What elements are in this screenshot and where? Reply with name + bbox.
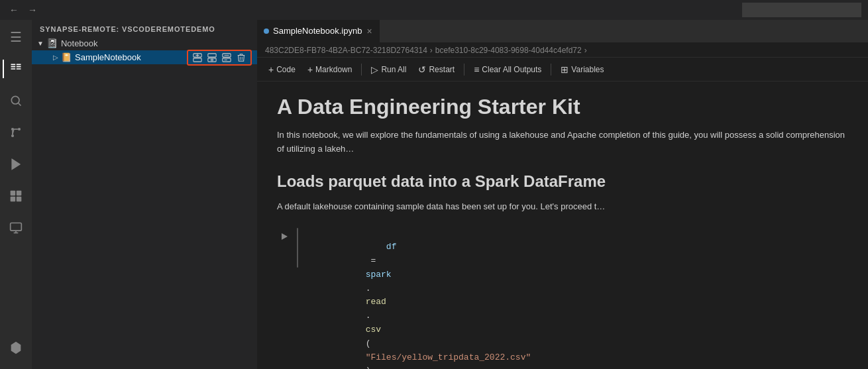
svg-marker-8 bbox=[12, 160, 20, 170]
back-button[interactable]: ← bbox=[7, 3, 21, 17]
notebook-toolbar: + Code + Markdown ▷ Run All ↺ Restart ≡ … bbox=[257, 58, 868, 81]
breadcrumb-part2: bcefe310-8c29-4083-9698-40d44c4efd72 bbox=[435, 46, 582, 55]
code-fn-read: read bbox=[366, 297, 386, 307]
cell-run-btn[interactable] bbox=[277, 229, 292, 244]
variables-icon: ⊞ bbox=[561, 64, 569, 75]
notebook-subtitle-desc: A default lakehouse containing sample da… bbox=[277, 200, 848, 214]
notebook-intro: In this notebook, we will explore the fu… bbox=[277, 129, 848, 156]
code-dot: . bbox=[366, 284, 371, 293]
run-all-label: Run All bbox=[381, 65, 406, 74]
add-code-btn[interactable]: + Code bbox=[264, 62, 300, 77]
sidebar-section: ▼ 📓 Notebook ▷ 📔 SampleNotebook bbox=[32, 36, 257, 369]
synapse-icon[interactable] bbox=[3, 335, 29, 361]
restart-icon: ↺ bbox=[418, 64, 426, 75]
notebook-file-icon: 📔 bbox=[61, 52, 72, 62]
sidebar-item-label: SampleNotebook bbox=[75, 52, 141, 62]
toolbar-separator2 bbox=[464, 64, 464, 76]
code-spark: spark bbox=[366, 270, 392, 280]
clear-icon: ≡ bbox=[474, 64, 479, 75]
breadcrumb: 483C2DE8-FB78-4B2A-BC72-3218D2764314 › b… bbox=[257, 43, 868, 58]
svg-point-0 bbox=[11, 96, 19, 104]
activity-bar: ☰ bbox=[0, 20, 32, 369]
main-layout: ☰ bbox=[0, 20, 868, 369]
run-debug-icon[interactable] bbox=[3, 151, 29, 178]
code-op: = bbox=[366, 256, 381, 266]
sidebar-item-samplenotebook[interactable]: ▷ 📔 SampleNotebook bbox=[32, 50, 257, 64]
plus-icon: + bbox=[268, 64, 274, 75]
code-paren2: ) bbox=[366, 366, 371, 369]
run-all-icon: ▷ bbox=[371, 64, 378, 75]
breadcrumb-part1: 483C2DE8-FB78-4B2A-BC72-3218D2764314 bbox=[265, 46, 427, 55]
command-input[interactable] bbox=[742, 3, 861, 17]
code-fn-csv: csv bbox=[366, 325, 381, 335]
breadcrumb-separator: › bbox=[430, 46, 433, 55]
search-icon[interactable] bbox=[3, 87, 29, 114]
code-dot2: . bbox=[366, 311, 371, 321]
svg-rect-9 bbox=[11, 191, 16, 196]
code-str: "Files/yellow_tripdata_2022.csv" bbox=[366, 352, 531, 362]
tab-dot bbox=[264, 28, 269, 34]
clear-all-outputs-btn[interactable]: ≡ Clear All Outputs bbox=[469, 62, 546, 77]
notebook-content: A Data Engineering Starter Kit In this n… bbox=[257, 81, 868, 369]
markdown-label: Markdown bbox=[315, 65, 352, 74]
svg-rect-10 bbox=[17, 191, 22, 196]
explorer-icon[interactable] bbox=[3, 56, 29, 82]
restart-btn[interactable]: ↺ Restart bbox=[413, 62, 459, 77]
cell-focus-bar bbox=[297, 228, 298, 268]
add-cell-below-btn[interactable] bbox=[205, 52, 219, 63]
clear-outputs-btn[interactable] bbox=[220, 52, 233, 63]
menu-icon[interactable]: ☰ bbox=[3, 24, 29, 50]
editor-area: SampleNotebook.ipynb × 483C2DE8-FB78-4B2… bbox=[257, 20, 868, 369]
run-all-btn[interactable]: ▷ Run All bbox=[366, 62, 411, 77]
extensions-icon[interactable] bbox=[3, 183, 29, 209]
add-markdown-btn[interactable]: + Markdown bbox=[303, 62, 357, 77]
notebook-title: A Data Engineering Starter Kit bbox=[277, 95, 848, 119]
code-var: df bbox=[386, 242, 397, 252]
add-cell-above-btn[interactable] bbox=[191, 52, 204, 63]
breadcrumb-separator2: › bbox=[584, 46, 587, 55]
code-cell-wrapper: df = spark . read . csv ( "Files/yellow_… bbox=[277, 227, 848, 369]
source-control-icon[interactable] bbox=[3, 119, 29, 146]
toolbar-separator3 bbox=[551, 64, 551, 76]
tab-close-btn[interactable]: × bbox=[366, 25, 372, 37]
svg-point-3 bbox=[11, 134, 14, 137]
remote-icon[interactable] bbox=[3, 215, 29, 241]
sidebar-group-notebook[interactable]: ▼ 📓 Notebook bbox=[32, 36, 257, 50]
clear-all-outputs-label: Clear All Outputs bbox=[482, 65, 541, 74]
variables-label: Variables bbox=[571, 65, 604, 74]
code-paren1: ( bbox=[366, 339, 371, 348]
code-line-1: df = spark . read . csv ( "Files/yellow_… bbox=[303, 227, 848, 369]
restart-label: Restart bbox=[429, 65, 455, 74]
svg-line-1 bbox=[19, 103, 21, 106]
forward-button[interactable]: → bbox=[25, 3, 40, 17]
plus-icon-md: + bbox=[307, 64, 313, 75]
sidebar-header: SYNAPSE-REMOTE: VSCODEREMOTEDEMO bbox=[32, 20, 257, 36]
tab-label: SampleNotebook.ipynb bbox=[273, 26, 362, 36]
item-toolbar bbox=[187, 50, 252, 66]
variables-btn[interactable]: ⊞ Variables bbox=[556, 62, 608, 77]
svg-rect-13 bbox=[11, 223, 22, 231]
sidebar: SYNAPSE-REMOTE: VSCODEREMOTEDEMO ▼ 📓 Not… bbox=[32, 20, 257, 369]
toolbar-separator bbox=[361, 64, 362, 76]
title-bar-navigation: ← → bbox=[7, 3, 40, 17]
tab-bar: SampleNotebook.ipynb × bbox=[257, 20, 868, 43]
notebook-folder-icon: 📓 bbox=[46, 38, 58, 48]
tab-samplenotebook[interactable]: SampleNotebook.ipynb × bbox=[257, 20, 380, 42]
sidebar-group-label: Notebook bbox=[61, 38, 98, 48]
svg-point-4 bbox=[18, 128, 21, 131]
code-cell[interactable]: df = spark . read . csv ( "Files/yellow_… bbox=[303, 227, 848, 369]
svg-rect-21 bbox=[208, 53, 216, 56]
item-collapse-icon: ▷ bbox=[53, 54, 58, 61]
collapse-arrow-icon: ▼ bbox=[37, 40, 44, 47]
notebook-subtitle: Loads parquet data into a Spark DataFram… bbox=[277, 172, 848, 191]
code-label: Code bbox=[276, 65, 296, 74]
svg-marker-31 bbox=[282, 233, 288, 240]
svg-rect-12 bbox=[17, 197, 22, 202]
title-bar: ← → bbox=[0, 0, 868, 20]
svg-rect-18 bbox=[193, 58, 201, 61]
svg-rect-11 bbox=[11, 197, 16, 202]
delete-cell-btn[interactable] bbox=[235, 52, 248, 63]
svg-marker-16 bbox=[11, 342, 21, 354]
